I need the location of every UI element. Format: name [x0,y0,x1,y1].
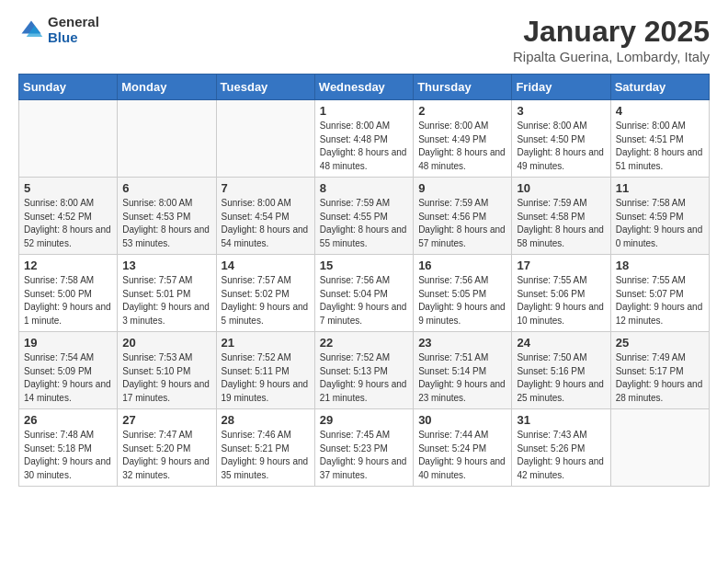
weekday-header-friday: Friday [512,75,610,100]
calendar-cell: 16Sunrise: 7:56 AMSunset: 5:05 PMDayligh… [414,255,512,332]
day-number: 13 [122,259,210,272]
calendar-cell: 17Sunrise: 7:55 AMSunset: 5:06 PMDayligh… [512,255,610,332]
day-info: Sunrise: 8:00 AMSunset: 4:53 PMDaylight:… [122,197,210,250]
weekday-header-sunday: Sunday [19,75,118,100]
logo-text: General Blue [48,15,99,45]
calendar-cell: 8Sunrise: 7:59 AMSunset: 4:55 PMDaylight… [314,178,413,255]
day-number: 3 [517,104,605,118]
day-info: Sunrise: 7:58 AMSunset: 5:00 PMDaylight:… [24,274,112,327]
calendar-cell [118,100,216,178]
day-number: 12 [24,259,112,272]
day-number: 8 [320,181,408,195]
day-number: 15 [320,259,408,272]
day-info: Sunrise: 7:56 AMSunset: 5:05 PMDaylight:… [418,274,506,327]
calendar-cell: 20Sunrise: 7:53 AMSunset: 5:10 PMDayligh… [118,332,216,409]
calendar-cell: 11Sunrise: 7:58 AMSunset: 4:59 PMDayligh… [610,178,709,255]
calendar-cell: 3Sunrise: 8:00 AMSunset: 4:50 PMDaylight… [512,100,610,178]
day-info: Sunrise: 7:49 AMSunset: 5:17 PMDaylight:… [616,351,704,405]
calendar-week-row: 12Sunrise: 7:58 AMSunset: 5:00 PMDayligh… [19,255,710,332]
calendar-cell: 4Sunrise: 8:00 AMSunset: 4:51 PMDaylight… [610,100,709,178]
day-info: Sunrise: 7:43 AMSunset: 5:26 PMDaylight:… [517,429,605,482]
day-info: Sunrise: 7:52 AMSunset: 5:11 PMDaylight:… [222,351,310,405]
calendar-cell: 9Sunrise: 7:59 AMSunset: 4:56 PMDaylight… [414,178,512,255]
weekday-header-thursday: Thursday [414,75,512,100]
day-info: Sunrise: 7:45 AMSunset: 5:23 PMDaylight:… [320,429,408,482]
day-number: 27 [122,413,210,427]
logo-icon [18,17,44,43]
calendar-cell: 25Sunrise: 7:49 AMSunset: 5:17 PMDayligh… [610,332,709,409]
logo: General Blue [18,15,99,45]
calendar-body: 1Sunrise: 8:00 AMSunset: 4:48 PMDaylight… [19,100,710,487]
calendar-cell: 18Sunrise: 7:55 AMSunset: 5:07 PMDayligh… [610,255,709,332]
day-info: Sunrise: 7:55 AMSunset: 5:06 PMDaylight:… [517,274,605,327]
weekday-header-tuesday: Tuesday [216,75,314,100]
calendar-table: SundayMondayTuesdayWednesdayThursdayFrid… [18,74,710,487]
page-header: General Blue January 2025 Ripalta Guerin… [18,15,710,64]
calendar-title: January 2025 [513,15,710,49]
calendar-week-row: 5Sunrise: 8:00 AMSunset: 4:52 PMDaylight… [19,178,710,255]
logo-blue-text: Blue [48,30,99,46]
calendar-subtitle: Ripalta Guerina, Lombardy, Italy [513,49,710,64]
day-info: Sunrise: 7:54 AMSunset: 5:09 PMDaylight:… [24,351,112,405]
day-number: 14 [222,259,310,272]
calendar-header: SundayMondayTuesdayWednesdayThursdayFrid… [19,75,710,100]
day-number: 28 [222,413,310,427]
calendar-cell [19,100,118,178]
day-info: Sunrise: 8:00 AMSunset: 4:52 PMDaylight:… [24,197,112,250]
day-number: 6 [122,181,210,195]
calendar-cell: 27Sunrise: 7:47 AMSunset: 5:20 PMDayligh… [118,409,216,487]
day-info: Sunrise: 7:53 AMSunset: 5:10 PMDaylight:… [122,351,210,405]
calendar-week-row: 19Sunrise: 7:54 AMSunset: 5:09 PMDayligh… [19,332,710,409]
calendar-cell: 30Sunrise: 7:44 AMSunset: 5:24 PMDayligh… [414,409,512,487]
weekday-header-saturday: Saturday [610,75,709,100]
calendar-cell: 13Sunrise: 7:57 AMSunset: 5:01 PMDayligh… [118,255,216,332]
day-info: Sunrise: 7:59 AMSunset: 4:55 PMDaylight:… [320,197,408,250]
day-info: Sunrise: 7:52 AMSunset: 5:13 PMDaylight:… [320,351,408,405]
title-block: January 2025 Ripalta Guerina, Lombardy, … [513,15,710,64]
day-number: 26 [24,413,112,427]
weekday-header-monday: Monday [118,75,216,100]
day-info: Sunrise: 7:48 AMSunset: 5:18 PMDaylight:… [24,429,112,482]
day-number: 9 [418,181,506,195]
calendar-cell: 31Sunrise: 7:43 AMSunset: 5:26 PMDayligh… [512,409,610,487]
weekday-header-row: SundayMondayTuesdayWednesdayThursdayFrid… [19,75,710,100]
day-info: Sunrise: 7:59 AMSunset: 4:58 PMDaylight:… [517,197,605,250]
calendar-cell: 6Sunrise: 8:00 AMSunset: 4:53 PMDaylight… [118,178,216,255]
day-info: Sunrise: 7:50 AMSunset: 5:16 PMDaylight:… [517,351,605,405]
calendar-cell: 19Sunrise: 7:54 AMSunset: 5:09 PMDayligh… [19,332,118,409]
day-info: Sunrise: 7:47 AMSunset: 5:20 PMDaylight:… [122,429,210,482]
day-info: Sunrise: 7:46 AMSunset: 5:21 PMDaylight:… [222,429,310,482]
calendar-cell: 2Sunrise: 8:00 AMSunset: 4:49 PMDaylight… [414,100,512,178]
day-number: 31 [517,413,605,427]
day-number: 18 [616,259,704,272]
day-info: Sunrise: 8:00 AMSunset: 4:49 PMDaylight:… [418,120,506,173]
day-number: 2 [418,104,506,118]
day-number: 1 [320,104,408,118]
day-info: Sunrise: 7:51 AMSunset: 5:14 PMDaylight:… [418,351,506,405]
day-number: 10 [517,181,605,195]
day-info: Sunrise: 8:00 AMSunset: 4:51 PMDaylight:… [616,120,704,173]
day-info: Sunrise: 7:55 AMSunset: 5:07 PMDaylight:… [616,274,704,327]
day-info: Sunrise: 8:00 AMSunset: 4:50 PMDaylight:… [517,120,605,173]
day-number: 24 [517,336,605,350]
calendar-cell: 23Sunrise: 7:51 AMSunset: 5:14 PMDayligh… [414,332,512,409]
calendar-cell [610,409,709,487]
logo-general-text: General [48,15,99,30]
day-number: 23 [418,336,506,350]
day-number: 20 [122,336,210,350]
calendar-cell: 22Sunrise: 7:52 AMSunset: 5:13 PMDayligh… [314,332,413,409]
day-number: 30 [418,413,506,427]
day-number: 7 [222,181,310,195]
day-info: Sunrise: 7:57 AMSunset: 5:01 PMDaylight:… [122,274,210,327]
day-number: 22 [320,336,408,350]
day-info: Sunrise: 8:00 AMSunset: 4:54 PMDaylight:… [222,197,310,250]
day-info: Sunrise: 7:57 AMSunset: 5:02 PMDaylight:… [222,274,310,327]
day-number: 29 [320,413,408,427]
day-number: 4 [616,104,704,118]
calendar-cell: 21Sunrise: 7:52 AMSunset: 5:11 PMDayligh… [216,332,314,409]
calendar-cell: 7Sunrise: 8:00 AMSunset: 4:54 PMDaylight… [216,178,314,255]
calendar-cell: 29Sunrise: 7:45 AMSunset: 5:23 PMDayligh… [314,409,413,487]
day-number: 16 [418,259,506,272]
calendar-cell: 24Sunrise: 7:50 AMSunset: 5:16 PMDayligh… [512,332,610,409]
day-info: Sunrise: 7:59 AMSunset: 4:56 PMDaylight:… [418,197,506,250]
